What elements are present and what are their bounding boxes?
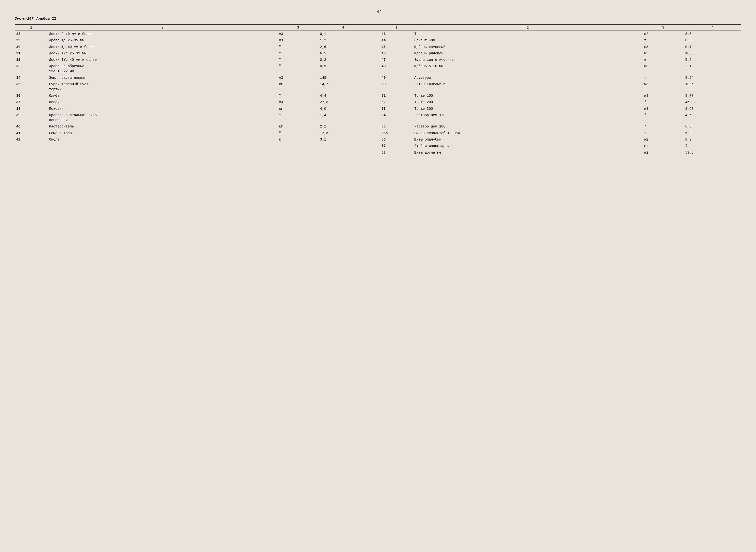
- row-num-left: 40: [15, 123, 47, 130]
- row-qty-right: 8,67: [684, 106, 741, 112]
- row-name-right: Щиты досчатые: [413, 149, 643, 156]
- row-num-right: 43: [380, 31, 413, 37]
- row-num-left: 39: [15, 112, 47, 124]
- row-unit-left: ": [278, 130, 319, 136]
- row-qty-right: 46,02: [684, 99, 741, 105]
- row-num-right: 49: [380, 75, 413, 81]
- row-unit-right: м3: [643, 81, 684, 93]
- col-divider: [364, 99, 380, 105]
- table-row: 34 Земля растительная м3 148 49 Арматура…: [15, 75, 741, 81]
- col-header-3: 3: [278, 24, 319, 31]
- row-unit-left: м3: [278, 37, 319, 43]
- col-divider: [364, 56, 380, 63]
- row-num-right: 45: [380, 44, 413, 50]
- col-header-6: 2: [413, 24, 643, 31]
- row-name-left: Проволока стальная высо-копрочная: [47, 112, 277, 124]
- row-name-left: Доски Ще 40 мм и более: [47, 44, 277, 50]
- row-num-right: 44: [380, 37, 413, 43]
- row-num-right: 47: [380, 56, 413, 63]
- row-num-left: 31: [15, 50, 47, 56]
- row-num-left: [15, 149, 47, 156]
- row-unit-left: ": [278, 50, 319, 56]
- table-row: 58 Щиты досчатые м2 59,6: [15, 149, 741, 156]
- row-qty-left: 1,2: [318, 37, 363, 43]
- row-qty-right: 8,3: [684, 37, 741, 43]
- row-num-right: 52: [380, 99, 413, 105]
- row-name-right: Щебень 5-10 мм: [413, 63, 643, 75]
- row-num-left: 36: [15, 93, 47, 99]
- doc-ref: 3ук-с-167: [15, 17, 33, 21]
- row-unit-left: к.: [278, 136, 319, 143]
- col-header-5: I: [380, 24, 413, 31]
- row-num-left: 42: [15, 136, 47, 143]
- row-name-left: Дрова не обрезные1Ус 19-22 мм: [47, 63, 277, 75]
- doc-ref-line: 3ук-с-167 Альбом II: [15, 17, 741, 23]
- row-num-right: 48: [380, 63, 413, 75]
- row-name-right: Арматура: [413, 75, 643, 81]
- table-row: 28 Доски П-40 мм и более м3 0,1 43 Тогь …: [15, 31, 741, 37]
- row-name-left: Доски IУс 40 мм и более: [47, 56, 277, 63]
- col-divider: [364, 123, 380, 130]
- row-num-left: 37: [15, 99, 47, 105]
- row-name-left: Доски П-40 мм и более: [47, 31, 277, 37]
- row-qty-right: 2,1: [684, 63, 741, 75]
- row-name-left: Дрова Ще 25-35 мм: [47, 37, 277, 43]
- row-unit-right: м3: [643, 63, 684, 75]
- row-qty-right: 8,3: [684, 31, 741, 37]
- row-name-left: Смола: [47, 136, 277, 143]
- table-row: 57 Стойки инвентарные шт I: [15, 143, 741, 149]
- col-header-8: 4: [684, 24, 741, 31]
- row-num-left: 28: [15, 31, 47, 37]
- row-name-left: Поковки: [47, 106, 277, 112]
- col-divider: [364, 149, 380, 156]
- row-unit-left: кг: [278, 106, 319, 112]
- row-qty-left: 14,7: [318, 81, 363, 93]
- col-divider: [364, 31, 380, 37]
- row-qty-right: I: [684, 143, 741, 149]
- row-num-left: 30: [15, 44, 47, 50]
- row-unit-right: ": [643, 123, 684, 130]
- row-name-left: Олифа: [47, 93, 277, 99]
- col-divider: [364, 130, 380, 136]
- row-name-left: [47, 143, 277, 149]
- row-qty-left: [318, 143, 363, 149]
- table-row: 37 Песок м3 27,8 52 То же 200 " 46,02: [15, 99, 741, 105]
- row-num-left: 29: [15, 37, 47, 43]
- table-row: 31 Доски IУс 25-32 мм " 6,5 46 Щебень ря…: [15, 50, 741, 56]
- row-num-right: 46: [380, 50, 413, 56]
- col-divider: [364, 112, 380, 124]
- row-unit-right: ": [643, 112, 684, 124]
- row-unit-left: м3: [278, 75, 319, 81]
- row-unit-left: ": [278, 56, 319, 63]
- row-name-right: Щебень рядовой: [413, 50, 643, 56]
- row-unit-left: т: [278, 112, 319, 124]
- row-qty-left: 2,1: [318, 123, 363, 130]
- table-row: 39 Проволока стальная высо-копрочная т 1…: [15, 112, 741, 124]
- row-num-left: 38: [15, 106, 47, 112]
- row-name-right: То же 200: [413, 99, 643, 105]
- row-unit-right: кг: [643, 56, 684, 63]
- col-divider: [364, 136, 380, 143]
- col-divider: [364, 50, 380, 56]
- table-header: 1 2 3 . 4 I 2 3 4: [15, 24, 741, 31]
- table-row: 30 Доски Ще 40 мм и более " 2,6 45 Щебен…: [15, 44, 741, 50]
- row-num-left: 33: [15, 63, 47, 75]
- table-row: 33 Дрова не обрезные1Ус 19-22 мм " 0,9 4…: [15, 63, 741, 75]
- row-unit-left: м3: [278, 99, 319, 105]
- row-qty-left: 148: [318, 75, 363, 81]
- row-unit-right: м3: [643, 106, 684, 112]
- row-qty-right: 0,1: [684, 44, 741, 50]
- row-num-left: 32: [15, 56, 47, 63]
- row-num-right: 51: [380, 93, 413, 99]
- table-row: 32 Доски IУс 40 мм и более " 0,2 47 Эмал…: [15, 56, 741, 63]
- col-header-4: . 4: [318, 24, 363, 31]
- row-unit-right: м3: [643, 50, 684, 56]
- row-unit-right: м2: [643, 31, 684, 37]
- row-name-right: Тогь: [413, 31, 643, 37]
- table-row: 35 Сурик железный густо-тертый кг 14,7 5…: [15, 81, 741, 93]
- row-qty-right: 59,6: [684, 149, 741, 156]
- row-unit-right: т: [643, 130, 684, 136]
- row-num-right: 50: [380, 81, 413, 93]
- row-unit-right: м3: [643, 93, 684, 99]
- row-name-right: Смесь асфальтобетонная: [413, 130, 643, 136]
